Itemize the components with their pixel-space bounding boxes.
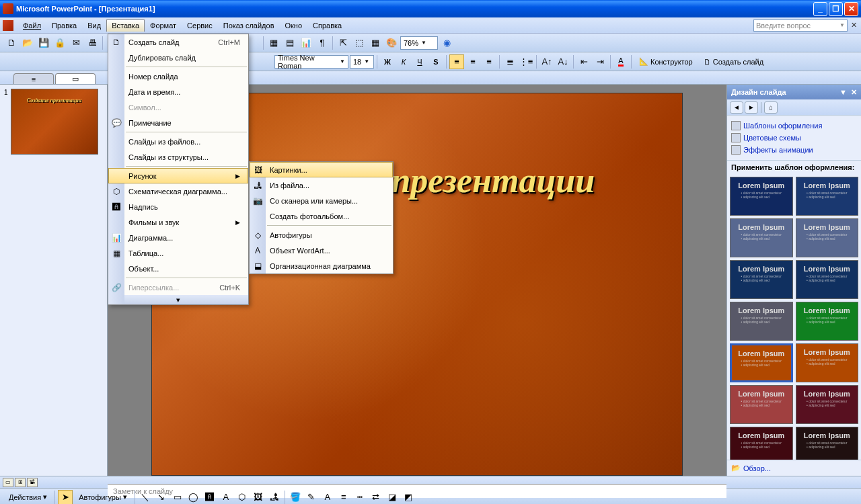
line-style-icon[interactable]: ≡ (336, 490, 351, 505)
open-icon[interactable]: 📂 (20, 36, 35, 50)
nav-fwd-icon[interactable]: ► (745, 101, 758, 114)
template-thumb[interactable]: Lorem Ipsum• dolor sit amet consectetur•… (730, 427, 793, 460)
shadow-style-icon[interactable]: ◪ (385, 490, 400, 505)
dd-chart[interactable]: 📊Диаграмма... (108, 230, 248, 245)
underline-icon[interactable]: Ч (412, 54, 427, 69)
template-thumb[interactable]: Lorem Ipsum• dolor sit amet consectetur•… (796, 177, 859, 216)
rect-icon[interactable]: ▭ (170, 490, 185, 505)
dd-slides-outline[interactable]: Слайды из структуры... (108, 149, 248, 165)
tables-icon[interactable]: ▦ (266, 36, 281, 50)
oval-icon[interactable]: ◯ (186, 490, 201, 505)
grid-icon[interactable]: ▦ (368, 36, 383, 50)
save-icon[interactable]: 💾 (36, 36, 51, 50)
zoom-combo[interactable]: 76%▼ (400, 36, 438, 50)
template-thumb[interactable]: Lorem Ipsum• dolor sit amet consectetur•… (796, 260, 859, 299)
3d-style-icon[interactable]: ◩ (401, 490, 416, 505)
diagram-icon[interactable]: ⬡ (235, 490, 250, 505)
template-thumb[interactable]: Lorem Ipsum• dolor sit amet consectetur•… (796, 385, 859, 424)
permission-icon[interactable]: 🔒 (52, 36, 67, 50)
size-combo[interactable]: 18▼ (350, 55, 374, 69)
template-thumb[interactable]: Lorem Ipsum• dolor sit amet consectetur•… (730, 302, 793, 341)
decrease-indent-icon[interactable]: ⇤ (576, 54, 591, 69)
table-icon[interactable]: ▤ (283, 36, 297, 50)
line-color-icon[interactable]: ✎ (304, 490, 319, 505)
actions-menu[interactable]: Действия ▾ (4, 490, 52, 505)
template-thumb[interactable]: Lorem Ipsum• dolor sit amet consectetur•… (730, 385, 793, 424)
menu-slideshow[interactable]: Показ слайдов (218, 19, 280, 32)
template-thumb[interactable]: Lorem Ipsum• dolor sit amet consectetur•… (730, 260, 793, 299)
new-doc-icon[interactable]: 🗋 (4, 36, 19, 50)
menu-edit[interactable]: Правка (46, 19, 82, 32)
dd-from-file[interactable]: 🏞Из файла... (250, 177, 393, 193)
close-button[interactable]: ✕ (844, 2, 858, 16)
dd-clipart[interactable]: 🖼Картинки... (250, 162, 393, 177)
bullets-icon[interactable]: ⋮≡ (519, 54, 533, 69)
link-templates[interactable]: Шаблоны оформления (731, 120, 857, 132)
taskpane-dropdown-icon[interactable]: ▼ (839, 88, 847, 96)
wordart-icon[interactable]: A (219, 490, 233, 505)
print-icon[interactable]: 🖶 (85, 36, 100, 50)
arrow-icon[interactable]: ↘ (154, 490, 169, 505)
help-icon[interactable]: ◉ (439, 36, 454, 50)
dd-diagram[interactable]: ⬡Схематическая диаграмма... (108, 183, 248, 199)
dd-autoshapes[interactable]: ◇Автофигуры (250, 227, 393, 243)
dd-album[interactable]: Создать фотоальбом... (250, 208, 393, 224)
normal-view-icon[interactable]: ▭ (3, 478, 13, 487)
template-thumb[interactable]: Lorem Ipsum• dolor sit amet consectetur•… (796, 302, 859, 341)
template-thumb[interactable]: Lorem Ipsum• dolor sit amet consectetur•… (796, 427, 859, 460)
fill-color-icon[interactable]: 🪣 (288, 490, 303, 505)
designer-button[interactable]: 📐 Конструктор (634, 54, 698, 69)
outline-tab[interactable]: ≡ (13, 73, 54, 84)
menu-tools[interactable]: Сервис (182, 19, 218, 32)
color-icon[interactable]: 🎨 (384, 36, 399, 50)
dd-picture[interactable]: Рисунок▶ (108, 168, 248, 183)
slides-tab[interactable]: ▭ (55, 73, 96, 84)
clipart-icon[interactable]: 🖼 (251, 490, 266, 505)
textbox-icon[interactable]: 🅰 (202, 490, 217, 505)
slideshow-view-icon[interactable]: 📽 (27, 478, 38, 487)
dd-object[interactable]: Объект... (108, 261, 248, 276)
numbering-icon[interactable]: ≣ (502, 54, 517, 69)
app-mini-icon[interactable] (3, 20, 13, 31)
menu-file[interactable]: Файл (17, 19, 46, 32)
dd-orgchart[interactable]: ⬓Организационная диаграмма (250, 258, 393, 274)
increase-font-icon[interactable]: A↑ (539, 54, 554, 69)
minimize-button[interactable]: _ (813, 2, 827, 16)
line-icon[interactable]: ＼ (138, 490, 153, 505)
template-thumb[interactable]: Lorem Ipsum• dolor sit amet consectetur•… (796, 343, 859, 382)
align-center-icon[interactable]: ≡ (465, 54, 480, 69)
arrow-style-icon[interactable]: ⇄ (369, 490, 383, 505)
email-icon[interactable]: ✉ (69, 36, 83, 50)
font-color-draw-icon[interactable]: A (320, 490, 335, 505)
dd-slide-number[interactable]: Номер слайда (108, 69, 248, 84)
dd-dup-slide[interactable]: Дублировать слайд (108, 50, 248, 65)
increase-indent-icon[interactable]: ⇥ (593, 54, 607, 69)
dd-comment[interactable]: 💬Примечание (108, 115, 248, 130)
bold-icon[interactable]: Ж (380, 54, 395, 69)
help-question-input[interactable]: Введите вопрос▼ (753, 19, 848, 32)
align-left-icon[interactable]: ≡ (449, 54, 464, 69)
slide-thumbnail[interactable]: Создание презентации (11, 89, 98, 155)
link-colors[interactable]: Цветовые схемы (731, 132, 857, 144)
expand-icon[interactable]: ⇱ (336, 36, 350, 50)
menu-help[interactable]: Справка (307, 19, 347, 32)
font-combo[interactable]: Times New Roman▼ (274, 55, 348, 69)
dd-movies[interactable]: Фильмы и звук▶ (108, 214, 248, 230)
dd-date-time[interactable]: Дата и время... (108, 84, 248, 99)
menu-format[interactable]: Формат (145, 19, 182, 32)
template-thumb[interactable]: Lorem Ipsum• dolor sit amet consectetur•… (796, 218, 859, 257)
new-slide-button[interactable]: 🗋 Создать слайд (699, 54, 768, 69)
dd-textbox[interactable]: 🅰Надпись (108, 199, 248, 214)
show-hide-icon[interactable]: ¶ (315, 36, 330, 50)
dd-table[interactable]: ▦Таблица... (108, 245, 248, 261)
template-thumb[interactable]: Lorem Ipsum• dolor sit amet consectetur•… (730, 177, 793, 216)
dd-new-slide[interactable]: 🗋Создать слайдCtrl+M (108, 34, 248, 50)
picture-icon[interactable]: 🏞 (267, 490, 282, 505)
show-format-icon[interactable]: ⬚ (352, 36, 367, 50)
link-anim[interactable]: Эффекты анимации (731, 144, 857, 156)
dash-style-icon[interactable]: ┅ (352, 490, 367, 505)
font-color-icon[interactable]: A (613, 54, 628, 69)
browse-link[interactable]: 📂 Обзор... (727, 460, 861, 476)
dd-expand-icon[interactable]: ▾ (108, 295, 248, 304)
sorter-view-icon[interactable]: ⊞ (15, 478, 26, 487)
